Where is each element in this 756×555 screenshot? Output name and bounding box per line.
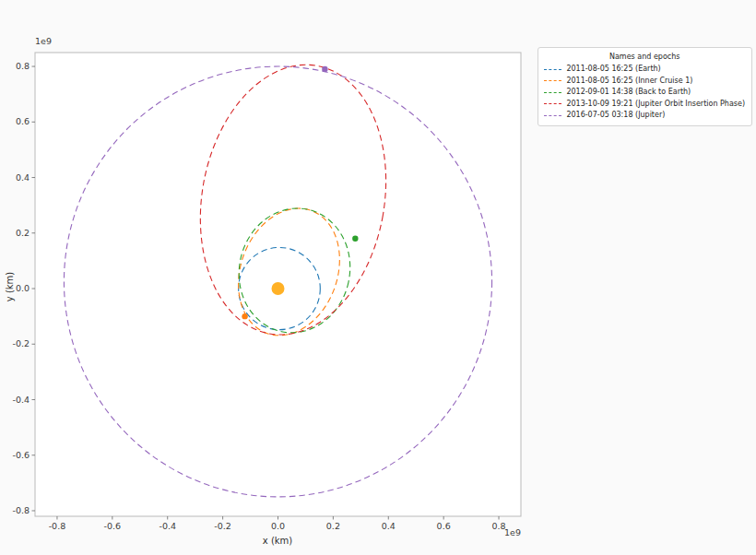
legend: Names and epochs 2011-08-05 16:25 (Earth… [537,47,752,126]
legend-item-label: 2013-10-09 19:21 (Jupiter Orbit Insertio… [566,99,745,110]
legend-item-jupiter: 2016-07-05 03:18 (Jupiter) [544,110,745,121]
y-tick-label: 0.8 [16,61,30,71]
y-tick-label: 0.2 [16,228,30,238]
x-tick-label: 0.6 [437,521,451,531]
x-tick-label: -0.2 [214,521,231,531]
y-tick-label: 0.4 [16,172,30,183]
position-marker-back-to-earth [352,236,358,242]
position-marker-jupiter [322,66,327,72]
position-marker-inner-cruise-1 [242,313,247,319]
legend-item-label: 2011-08-05 16:25 (Earth) [566,64,660,75]
legend-dash-swatch [544,80,561,81]
y-tick-label: -0.6 [12,450,30,460]
legend-dash-swatch [544,115,561,116]
x-tick-label: 0.2 [326,521,340,531]
legend-item-label: 2011-08-05 16:25 (Inner Cruise 1) [566,76,692,87]
y-tick-label: -0.2 [12,338,30,348]
legend-item-label: 2016-07-05 03:18 (Jupiter) [566,110,665,121]
figure: x (km) y (km) 1e9 1e9 -0.8-0.6-0.4-0.20.… [0,0,756,555]
legend-item-label: 2012-09-01 14:38 (Back to Earth) [566,87,691,98]
legend-title: Names and epochs [544,52,745,63]
y-tick-label: -0.4 [12,395,30,405]
y-axis-label: y (km) [5,272,15,302]
x-tick-label: -0.6 [104,521,122,531]
legend-dash-swatch [544,103,561,104]
legend-item-inner-cruise-1: 2011-08-05 16:25 (Inner Cruise 1) [544,76,745,87]
legend-dash-swatch [544,92,561,93]
x-tick-label: -0.4 [159,521,176,531]
x-tick-label: 0.8 [491,521,505,531]
legend-item-earth: 2011-08-05 16:25 (Earth) [544,64,745,75]
sun-marker [272,282,285,295]
x-axis-offset-text: 1e9 [504,527,521,537]
y-tick-label: -0.8 [12,505,30,515]
x-axis-label: x (km) [263,536,293,546]
y-tick-label: 0.0 [16,283,30,293]
y-tick-label: 0.6 [16,116,30,126]
legend-dash-swatch [544,69,561,70]
legend-item-back-to-earth: 2012-09-01 14:38 (Back to Earth) [544,87,745,98]
x-tick-label: 0.0 [271,521,285,531]
legend-item-jupiter-orbit-insertion: 2013-10-09 19:21 (Jupiter Orbit Insertio… [544,99,745,110]
x-tick-label: -0.8 [49,521,66,531]
x-tick-label: 0.4 [382,521,396,531]
legend-items: 2011-08-05 16:25 (Earth)2011-08-05 16:25… [544,64,745,121]
y-axis-offset-text: 1e9 [35,36,52,46]
